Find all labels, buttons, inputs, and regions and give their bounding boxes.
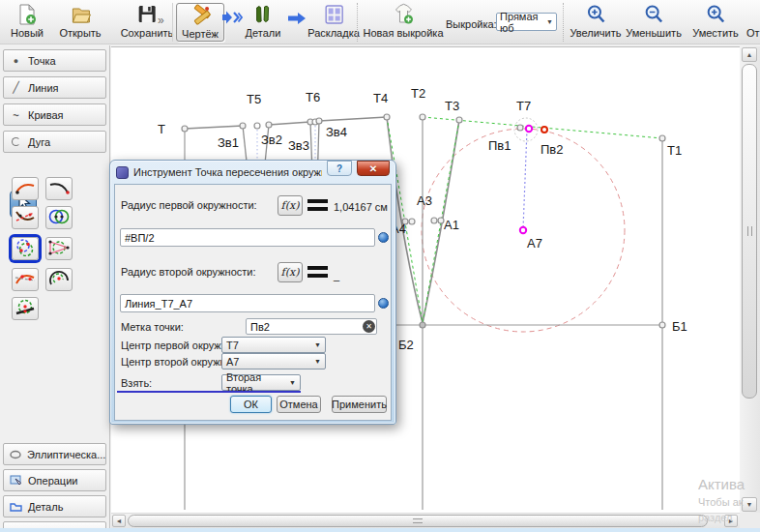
take-label: Взять: xyxy=(121,377,152,389)
help-button[interactable]: ? xyxy=(327,161,352,176)
pattern-select-value: Прямая юб xyxy=(500,11,546,34)
zoom-out-label: Уменьшить xyxy=(626,27,682,39)
zoom-out-icon xyxy=(643,3,664,26)
take-select[interactable]: Вторая точка ▼ xyxy=(221,374,301,391)
drawing-mode-button[interactable]: Чертёж xyxy=(176,3,224,42)
circle-intersection-dialog[interactable]: Инструмент Точка пересечения окружностей… xyxy=(109,160,396,425)
toolbar-overflow-chevron[interactable]: » xyxy=(158,14,164,27)
sidebar-item-curve[interactable]: ~ Кривая xyxy=(3,103,106,126)
svg-text:A7: A7 xyxy=(527,236,542,251)
clear-input-button[interactable]: ✕ xyxy=(363,320,375,333)
sidebar-item-arc[interactable]: Дуга xyxy=(3,131,106,153)
tool-circle-chord-button[interactable] xyxy=(12,297,39,320)
radius2-formula-text: Линия_T7_A7 xyxy=(125,298,192,310)
pattern-select[interactable]: Прямая юб ▼ xyxy=(496,13,557,31)
tool-two-circles-button[interactable] xyxy=(45,206,73,229)
layout-mode-button[interactable]: Раскладка xyxy=(307,3,360,39)
radius-line-t7-a7 xyxy=(523,130,527,229)
svg-text:A1: A1 xyxy=(444,218,459,232)
ok-button[interactable]: ОК xyxy=(230,396,272,413)
svg-text:T2: T2 xyxy=(411,86,425,101)
point-mark-input[interactable]: Пв2 xyxy=(246,318,377,335)
zoom-fit-label: Уместить xyxy=(692,27,739,39)
formula-helper-icon[interactable] xyxy=(378,298,389,309)
curve-line-intersection-icon xyxy=(15,208,36,227)
scroll-left-icon: ◄ xyxy=(116,517,123,524)
center2-select[interactable]: A7 ▼ xyxy=(221,353,326,369)
horizontal-scroll-thumb[interactable] xyxy=(128,515,708,527)
cancel-button[interactable]: Отмена xyxy=(277,396,321,413)
sidebar-item-line[interactable]: ╱ Линия xyxy=(3,76,106,99)
vertical-scroll-thumb[interactable] xyxy=(742,64,757,399)
formula-helper-icon[interactable] xyxy=(378,232,389,243)
two-circles-icon xyxy=(48,208,70,227)
ellipse-icon xyxy=(10,450,21,459)
circles-intersection-icon xyxy=(15,239,36,258)
focus-underline xyxy=(117,391,301,393)
radius1-label: Радиус первой окружности: xyxy=(121,199,257,211)
open-folder-icon xyxy=(69,3,92,26)
scroll-up-button[interactable]: ▲ xyxy=(742,47,757,62)
dialog-title: Инструмент Точка пересечения окружностей… xyxy=(133,166,322,178)
radius2-formula-button[interactable]: f(x) xyxy=(278,262,303,282)
open-button[interactable]: Открыть xyxy=(59,3,101,39)
radius2-formula-input[interactable]: Линия_T7_A7 xyxy=(120,294,375,312)
radius1-formula-input[interactable]: #ВП/2 xyxy=(120,228,375,247)
sidebar-item-point[interactable]: ● Точка xyxy=(3,49,106,72)
center2-value: A7 xyxy=(226,356,239,368)
vertical-scrollbar[interactable]: ▲ ▼ xyxy=(740,46,760,513)
layout-grid-icon xyxy=(322,3,345,26)
apply-button[interactable]: Применить xyxy=(332,396,387,413)
crossed-pencils-icon xyxy=(188,4,213,27)
green-construction-lines xyxy=(387,117,662,323)
close-button[interactable]: ✕ xyxy=(357,161,390,176)
new-pattern-label: Новая выкройка xyxy=(363,27,443,39)
chevron-down-icon: ▼ xyxy=(289,379,296,386)
dialog-titlebar[interactable]: Инструмент Точка пересечения окружностей… xyxy=(110,161,395,184)
svg-text:Б1: Б1 xyxy=(672,319,687,334)
tool-arc-line-button[interactable] xyxy=(12,268,39,291)
sidebar-item-operations-label: Операции xyxy=(28,475,77,487)
radius1-formula-button[interactable]: f(x) xyxy=(278,195,303,216)
tool-concentric-arcs-button[interactable] xyxy=(45,268,73,291)
tool-arc-by-point-button[interactable] xyxy=(12,177,39,200)
svg-text:T4: T4 xyxy=(373,91,388,105)
center1-select[interactable]: T7 ▼ xyxy=(221,337,326,353)
svg-text:T5: T5 xyxy=(247,92,261,106)
triangle-circle-icon xyxy=(48,239,70,258)
new-point-pv2[interactable] xyxy=(526,126,532,132)
svg-text:Зв4: Зв4 xyxy=(326,125,347,139)
sidebar-item-arc-label: Дуга xyxy=(28,136,50,148)
save-button[interactable]: Сохранить xyxy=(121,3,174,39)
clipped-toolbar-button-label[interactable]: От xyxy=(746,27,760,39)
circle-chord-icon xyxy=(15,299,36,318)
line-icon: ╱ xyxy=(10,81,22,94)
new-button[interactable]: Новый xyxy=(11,3,44,39)
zoom-in-button[interactable]: Увеличить xyxy=(570,3,621,39)
tool-triangle-circle-button[interactable] xyxy=(45,237,73,260)
watermark-line: Актива xyxy=(698,477,760,491)
tool-circles-intersection-button[interactable] xyxy=(12,237,39,260)
details-mode-label: Детали xyxy=(246,27,281,39)
svg-text:Зв2: Зв2 xyxy=(261,133,282,147)
horizontal-scrollbar[interactable]: ◄ ► xyxy=(111,513,740,528)
radius2-value: _ xyxy=(334,270,339,281)
save-button-label: Сохранить xyxy=(121,27,174,39)
sidebar-item-operations[interactable]: Операции xyxy=(3,469,106,491)
point-a7[interactable] xyxy=(520,227,526,233)
alt-intersection-point[interactable] xyxy=(541,127,547,133)
watermark-line: Чтобы ак xyxy=(698,497,760,508)
details-mode-button[interactable]: Детали xyxy=(246,3,281,39)
sidebar-item-elliptic[interactable]: Эллиптическа... xyxy=(3,443,106,465)
zoom-out-button[interactable]: Уменьшить xyxy=(626,3,682,39)
sidebar-item-elliptic-label: Эллиптическа... xyxy=(27,449,105,460)
sidebar-item-line-label: Линия xyxy=(28,82,59,94)
zoom-in-icon xyxy=(585,3,606,26)
new-pattern-button[interactable]: Новая выкройка xyxy=(363,3,443,39)
sidebar-item-detail[interactable]: Деталь xyxy=(3,495,106,517)
scroll-left-button[interactable]: ◄ xyxy=(112,515,126,527)
tool-curve-line-intersection-button[interactable] xyxy=(12,206,39,229)
tool-arc-by-point2-button[interactable] xyxy=(45,177,73,200)
fx-icon: f(x) xyxy=(281,199,300,212)
zoom-fit-button[interactable]: Уместить xyxy=(692,3,739,39)
